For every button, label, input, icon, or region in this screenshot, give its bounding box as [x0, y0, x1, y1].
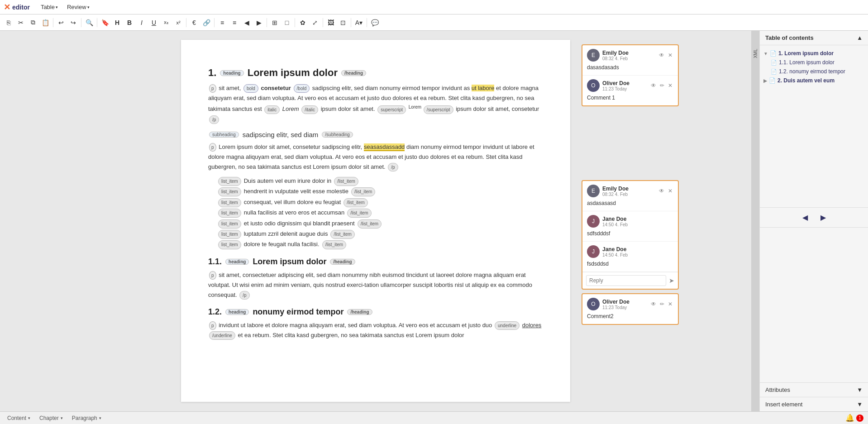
- comment-edit-btn-3-1[interactable]: ✏: [659, 300, 665, 308]
- h11-tag-close: /heading: [330, 259, 355, 265]
- comment-close-btn-1-2[interactable]: ✕: [667, 81, 673, 90]
- attributes-panel[interactable]: Attributes ▼: [760, 382, 868, 397]
- comment-close-btn-2-1[interactable]: ✕: [667, 187, 673, 195]
- h12-tag-close: /heading: [347, 309, 372, 315]
- subheading-row: subheading sadipscing elitr, sed diam /s…: [208, 131, 543, 138]
- bold-text: consetetur: [261, 85, 292, 91]
- comment-time-2-2: 14:50 4. Feb: [602, 222, 673, 227]
- comment-avatar-2-3: J: [587, 245, 600, 258]
- redo-btn[interactable]: ↪: [67, 17, 79, 29]
- sep9: [351, 18, 351, 27]
- nav-next-btn[interactable]: ▶: [817, 211, 830, 224]
- paragraph-status-item[interactable]: Paragraph ▾: [69, 414, 104, 422]
- comment-author-2-3: Jane Doe: [602, 246, 673, 252]
- editor-area[interactable]: 1. heading Lorem ipsum dolor /heading p …: [0, 31, 751, 411]
- paragraph-1: p sit amet, bold consetetur /bold sadips…: [208, 83, 543, 124]
- font-color-btn[interactable]: A▾: [353, 17, 365, 29]
- attributes-label: Attributes: [765, 386, 790, 393]
- comment-btn[interactable]: 💬: [369, 17, 381, 29]
- heading-tag-close: /heading: [341, 70, 366, 76]
- comment-close-btn-3-1[interactable]: ✕: [667, 300, 673, 308]
- table-menu[interactable]: Table ▾: [37, 2, 62, 12]
- superscript-btn[interactable]: x²: [172, 17, 184, 29]
- heading-1: 1. heading Lorem ipsum dolor /heading: [208, 67, 543, 79]
- reply-input-2[interactable]: [586, 275, 666, 286]
- bold-btn[interactable]: B: [124, 17, 135, 29]
- toc-item-11[interactable]: 📄 1.1. Lorem ipsum dolor: [760, 58, 868, 67]
- editor-document[interactable]: 1. heading Lorem ipsum dolor /heading p …: [181, 40, 570, 402]
- h1-number: 1.: [208, 67, 216, 79]
- para1-text4: ipsum dolor sit amet.: [321, 106, 377, 113]
- align-right-btn[interactable]: ▶: [253, 17, 265, 29]
- undo-btn[interactable]: ↩: [55, 17, 67, 29]
- content-label: Content: [7, 415, 26, 421]
- expand-btn[interactable]: ⤢: [309, 17, 321, 29]
- review-menu-chevron: ▾: [87, 5, 90, 10]
- comment-header-3-1: O Oliver Doe 11:23 Today 👁 ✏ ✕: [587, 298, 673, 310]
- comment-eye-btn-1-1[interactable]: 👁: [658, 51, 665, 59]
- comment-text-2-3: fsdsddsd: [587, 260, 673, 268]
- comment-actions-1-2: 👁 ✏ ✕: [650, 81, 673, 90]
- paragraph-chevron: ▾: [99, 416, 101, 420]
- h12-number: 1.2.: [208, 307, 222, 317]
- bold-tag-close: /bold: [294, 84, 310, 93]
- bell-area: 🔔 1: [845, 414, 863, 422]
- toc-item-12[interactable]: 📄 1.2. nonumy eirmod tempor: [760, 67, 868, 76]
- comment-item-2-3: J Jane Doe 14:50 4. Feb fsdsddsd: [582, 242, 678, 272]
- review-menu[interactable]: Review ▾: [63, 2, 93, 12]
- content-status-item[interactable]: Content ▾: [5, 414, 33, 422]
- comment-thread-1: E Emily Doe 08:32 4. Feb 👁 ✕ dasasdasads: [582, 44, 679, 106]
- media-btn[interactable]: ⊡: [337, 17, 349, 29]
- comment-eye-btn-1-2[interactable]: 👁: [650, 81, 657, 90]
- reply-send-btn-2[interactable]: ➤: [669, 277, 674, 284]
- insert-element-panel[interactable]: Insert element ▼: [760, 397, 868, 411]
- bell-icon[interactable]: 🔔: [845, 414, 854, 422]
- comment-meta-2-3: Jane Doe 14:50 4. Feb: [602, 246, 673, 257]
- italic-tag-open: italic: [264, 105, 280, 114]
- comment-edit-btn-1-2[interactable]: ✏: [659, 81, 665, 90]
- box-btn[interactable]: □: [281, 17, 293, 29]
- toc-item-1[interactable]: ▼ 📄 1. Lorem ipsum dolor: [760, 49, 868, 58]
- toc-doc-icon-2: 📄: [769, 77, 776, 84]
- heading-btn[interactable]: H: [111, 17, 123, 29]
- cut-btn[interactable]: ✂: [15, 17, 27, 29]
- nav-prev-btn[interactable]: ◀: [799, 211, 811, 224]
- toc-collapse-icon[interactable]: ▲: [857, 34, 863, 41]
- new-btn[interactable]: ⎘: [3, 17, 14, 29]
- italic-btn[interactable]: I: [136, 17, 148, 29]
- table-btn[interactable]: ⊞: [269, 17, 281, 29]
- h11-text: Lorem ipsum dolor: [253, 257, 326, 267]
- comment-text-1-2: Comment 1: [587, 94, 673, 102]
- toc-item-2[interactable]: ▶ 📄 2. Duis autem vel eum: [760, 76, 868, 85]
- comment-close-btn-1-1[interactable]: ✕: [667, 51, 673, 59]
- comment-actions-1-1: 👁 ✕: [658, 51, 673, 59]
- ordered-list-btn[interactable]: ≡: [216, 17, 228, 29]
- toc-chevron-2: ▶: [763, 78, 767, 83]
- p-tag-3: p: [209, 271, 216, 280]
- subscript-btn[interactable]: x₂: [160, 17, 172, 29]
- copy-btn[interactable]: ⧉: [27, 17, 39, 29]
- comment-header-2-1: E Emily Doe 08:32 4. Feb 👁 ✕: [587, 185, 673, 197]
- search-btn[interactable]: 🔍: [83, 17, 95, 29]
- paste-btn[interactable]: 📋: [39, 17, 51, 29]
- image-btn[interactable]: 🖼: [325, 17, 337, 29]
- unordered-list-btn[interactable]: ≡: [229, 17, 240, 29]
- sep2: [81, 18, 81, 27]
- comment-thread-box-2: E Emily Doe 08:32 4. Feb 👁 ✕ asdasasasd: [582, 180, 679, 290]
- comment-avatar-2-2: J: [587, 215, 600, 228]
- special-btn[interactable]: ✿: [297, 17, 309, 29]
- special-char-btn[interactable]: €: [188, 17, 200, 29]
- xml-panel-toggle[interactable]: XML: [751, 31, 759, 411]
- list-item: list_item hendrerit in vulputate velit e…: [217, 186, 543, 196]
- bookmark-btn[interactable]: 🔖: [99, 17, 111, 29]
- bell-badge: 1: [856, 414, 863, 422]
- comment-eye-btn-2-1[interactable]: 👁: [658, 187, 665, 195]
- comment-eye-btn-3-1[interactable]: 👁: [650, 300, 657, 308]
- underline-btn[interactable]: U: [148, 17, 160, 29]
- underline-tag-close: /underline: [209, 331, 235, 340]
- toc-header: Table of contents ▲: [760, 31, 868, 45]
- chapter-status-item[interactable]: Chapter ▾: [37, 414, 66, 422]
- comment-meta-2-2: Jane Doe 14:50 4. Feb: [602, 216, 673, 227]
- link-btn[interactable]: 🔗: [200, 17, 212, 29]
- align-left-btn[interactable]: ◀: [241, 17, 253, 29]
